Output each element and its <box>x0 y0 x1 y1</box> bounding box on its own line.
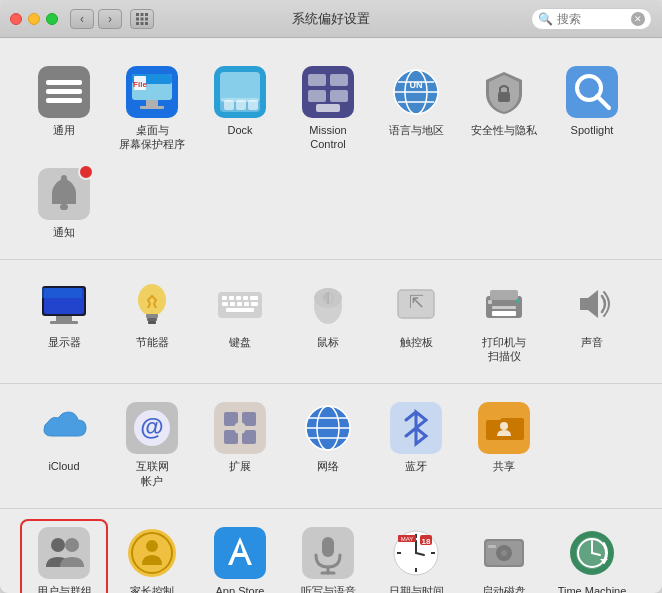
trackpad-icon: ⇱ <box>390 278 442 330</box>
section-row: iCloud @ 互联网帐户 <box>20 394 642 496</box>
svg-rect-60 <box>250 296 258 300</box>
close-button[interactable] <box>10 13 22 25</box>
svg-rect-52 <box>146 314 158 318</box>
printer-label: 打印机与扫描仪 <box>482 335 526 364</box>
keyboard-label: 键盘 <box>229 335 251 349</box>
svg-rect-56 <box>222 296 227 300</box>
svg-rect-49 <box>56 316 72 321</box>
pref-bluetooth[interactable]: 蓝牙 <box>372 394 460 496</box>
pref-dock[interactable]: Dock <box>196 58 284 160</box>
pref-spotlight[interactable]: Spotlight <box>548 58 636 160</box>
pref-mission[interactable]: MissionControl <box>284 58 372 160</box>
pref-users[interactable]: 用户与群组 <box>20 519 108 593</box>
pref-printer[interactable]: 打印机与扫描仪 <box>460 270 548 372</box>
section-system: 用户与群组 家长控制 <box>0 509 662 593</box>
notification-badge <box>78 164 94 180</box>
network-icon <box>302 402 354 454</box>
svg-rect-71 <box>324 294 328 300</box>
pref-datetime[interactable]: 18 MAY 日期与时间 <box>372 519 460 593</box>
svg-text:18: 18 <box>422 537 431 546</box>
system-preferences-window: ‹ › 系统偏好设置 🔍 ✕ <box>0 0 662 593</box>
datetime-label: 日期与时间 <box>389 584 444 593</box>
search-input[interactable] <box>557 12 627 26</box>
nav-buttons: ‹ › <box>70 9 122 29</box>
pref-display[interactable]: 显示器 <box>20 270 108 372</box>
pref-security[interactable]: 安全性与隐私 <box>460 58 548 160</box>
pref-keyboard[interactable]: 键盘 <box>196 270 284 372</box>
printer-icon <box>478 278 530 330</box>
bluetooth-icon <box>390 402 442 454</box>
svg-rect-31 <box>316 104 340 112</box>
pref-trackpad[interactable]: ⇱ 触控板 <box>372 270 460 372</box>
pref-desktop[interactable]: File 桌面与屏幕保护程序 <box>108 58 196 160</box>
security-icon <box>478 66 530 118</box>
svg-text:UN: UN <box>410 80 423 90</box>
minimize-button[interactable] <box>28 13 40 25</box>
startup-icon <box>478 527 530 579</box>
extensions-icon <box>214 402 266 454</box>
pref-notification[interactable]: 通知 <box>20 160 108 247</box>
mission-label: MissionControl <box>309 123 346 152</box>
pref-parental[interactable]: 家长控制 <box>108 519 196 593</box>
back-button[interactable]: ‹ <box>70 9 94 29</box>
maximize-button[interactable] <box>46 13 58 25</box>
pref-icloud[interactable]: iCloud <box>20 394 108 496</box>
svg-rect-5 <box>145 17 148 20</box>
grid-button[interactable] <box>130 9 154 29</box>
datetime-icon: 18 MAY <box>390 527 442 579</box>
dock-icon <box>214 66 266 118</box>
search-box[interactable]: 🔍 ✕ <box>531 8 652 30</box>
parental-label: 家长控制 <box>130 584 174 593</box>
svg-text:MAY: MAY <box>401 536 414 542</box>
svg-point-45 <box>61 175 67 181</box>
svg-rect-28 <box>330 74 348 86</box>
search-clear-button[interactable]: ✕ <box>631 12 645 26</box>
svg-rect-59 <box>243 296 248 300</box>
pref-internet[interactable]: @ 互联网帐户 <box>108 394 196 496</box>
pref-sharing[interactable]: 共享 <box>460 394 548 496</box>
svg-point-104 <box>146 540 158 552</box>
pref-appstore[interactable]: App Store <box>196 519 284 593</box>
svg-point-51 <box>138 284 166 316</box>
language-icon: UN <box>390 66 442 118</box>
pref-language[interactable]: UN 语言与地区 <box>372 58 460 160</box>
notification-icon <box>38 168 90 220</box>
svg-rect-78 <box>492 311 516 316</box>
extensions-label: 扩展 <box>229 459 251 473</box>
pref-general[interactable]: 通用 <box>20 58 108 160</box>
forward-button[interactable]: › <box>98 9 122 29</box>
spotlight-label: Spotlight <box>571 123 614 137</box>
svg-rect-8 <box>145 22 148 25</box>
svg-rect-57 <box>229 296 234 300</box>
sound-icon <box>566 278 618 330</box>
pref-extensions[interactable]: 扩展 <box>196 394 284 496</box>
section-internet: iCloud @ 互联网帐户 <box>0 384 662 509</box>
pref-energy[interactable]: 节能器 <box>108 270 196 372</box>
display-label: 显示器 <box>48 335 81 349</box>
pref-startup[interactable]: 启动磁盘 <box>460 519 548 593</box>
svg-text:⇱: ⇱ <box>409 292 424 312</box>
window-title: 系统偏好设置 <box>292 10 370 28</box>
svg-point-125 <box>501 550 507 556</box>
energy-icon <box>126 278 178 330</box>
svg-rect-23 <box>224 100 234 110</box>
section-row: 用户与群组 家长控制 <box>20 519 642 593</box>
svg-rect-63 <box>237 302 242 306</box>
section-row: 通用 File <box>20 58 642 247</box>
svg-rect-2 <box>145 13 148 16</box>
pref-mouse[interactable]: 鼠标 <box>284 270 372 372</box>
appstore-label: App Store <box>216 584 265 593</box>
pref-timemachine[interactable]: Time Machine <box>548 519 636 593</box>
language-label: 语言与地区 <box>389 123 444 137</box>
svg-rect-65 <box>251 302 258 306</box>
svg-rect-54 <box>148 321 156 324</box>
pref-sound[interactable]: 声音 <box>548 270 636 372</box>
pref-network[interactable]: 网络 <box>284 394 372 496</box>
svg-rect-77 <box>492 306 516 309</box>
svg-rect-44 <box>60 204 68 210</box>
sharing-label: 共享 <box>493 459 515 473</box>
traffic-lights <box>10 13 58 25</box>
svg-rect-16 <box>146 100 158 106</box>
pref-dictation[interactable]: 听写与语音 <box>284 519 372 593</box>
dictation-icon <box>302 527 354 579</box>
